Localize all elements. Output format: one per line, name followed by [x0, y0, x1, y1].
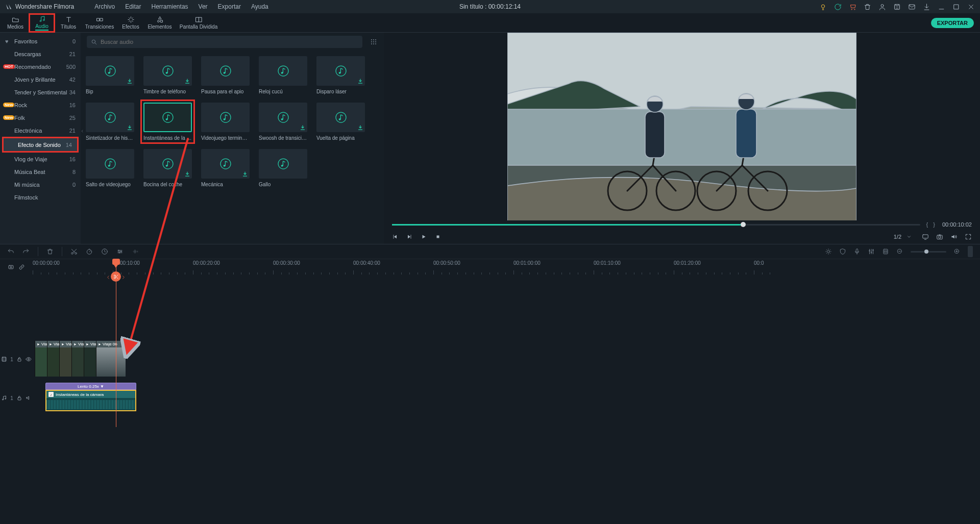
audio-thumb[interactable] [201, 149, 250, 179]
split-handle[interactable] [111, 271, 121, 282]
sidebar-item-favoritos[interactable]: ♥Favoritos0 [0, 35, 81, 47]
tab-medios[interactable]: Medios [2, 13, 29, 33]
audio-thumb[interactable] [259, 149, 307, 179]
audio-thumb[interactable] [143, 149, 192, 179]
tab-split[interactable]: Pantalla Dividida [176, 13, 222, 33]
menu-herramientas[interactable]: Herramientas [152, 3, 188, 10]
audio-item[interactable]: Mecánica [201, 149, 250, 187]
cart-icon[interactable] [849, 3, 856, 11]
audio-item[interactable]: Timbre de teléfono [143, 56, 192, 94]
mixer-icon[interactable] [868, 248, 875, 255]
speed-badge[interactable]: Lento 0.25x ▼ [45, 383, 136, 390]
preview-scrubber[interactable]: { } 00:00:10:02 [388, 220, 976, 229]
audio-item[interactable]: Bocina del coche [143, 149, 192, 187]
frame-back-icon[interactable] [406, 234, 412, 240]
sun-icon[interactable] [825, 248, 832, 255]
audio-thumb[interactable] [316, 56, 365, 86]
speed-icon[interactable] [86, 248, 93, 255]
search-box[interactable] [87, 36, 362, 48]
download-icon[interactable] [923, 3, 930, 11]
menu-ayuda[interactable]: Ayuda [251, 3, 268, 10]
menu-archivo[interactable]: Archivo [94, 3, 115, 10]
sidebar-item-efecto-de-sonido[interactable]: Efecto de Sonido14 [4, 138, 77, 151]
shield-icon[interactable] [839, 248, 846, 255]
download-badge-icon[interactable] [184, 78, 190, 84]
level-meter-icon[interactable] [968, 246, 973, 257]
window-close-icon[interactable] [967, 3, 975, 11]
window-maximize-icon[interactable] [952, 3, 960, 11]
link-icon[interactable] [18, 264, 25, 270]
mic-icon[interactable] [853, 248, 861, 255]
sidebar-item-descargas[interactable]: Descargas21 [0, 47, 81, 60]
audio-item[interactable]: Salto de videojuego [86, 149, 134, 187]
sidebar-item-j-ven-y-brillante[interactable]: Jóven y Brillante42 [0, 73, 81, 86]
video-clip[interactable]: Viaje 06 [96, 341, 126, 377]
audio-thumb[interactable] [143, 103, 192, 132]
refresh-icon[interactable] [834, 3, 842, 11]
download-badge-icon[interactable] [357, 78, 363, 84]
stop-icon[interactable] [435, 234, 441, 240]
audio-thumb[interactable] [201, 56, 250, 86]
download-badge-icon[interactable] [357, 124, 363, 131]
audio-thumb[interactable] [259, 103, 307, 132]
cut-icon[interactable] [70, 248, 78, 255]
audio-item[interactable]: Videojuego terminado [201, 103, 250, 141]
chevron-down-icon[interactable] [906, 234, 912, 239]
eye-icon[interactable] [26, 356, 32, 362]
download-badge-icon[interactable] [127, 124, 133, 131]
audio-item[interactable]: Vuelta de página [316, 103, 365, 141]
menu-ver[interactable]: Ver [199, 3, 208, 10]
save-icon[interactable] [893, 3, 901, 11]
audio-thumb[interactable] [86, 149, 134, 179]
tab-titulos[interactable]: Títulos [55, 13, 82, 33]
audio-item[interactable]: Pausa para el apio [201, 56, 250, 94]
zoom-in-icon[interactable] [953, 248, 961, 255]
camera-icon[interactable] [936, 233, 943, 240]
window-minimize-icon[interactable] [938, 3, 945, 11]
audio-clip[interactable]: Lento 0.25x ▼ ♪ Instantáneas de la cámar… [45, 383, 136, 411]
adjust-icon[interactable] [116, 248, 124, 255]
sidebar-collapse-icon[interactable] [80, 128, 84, 135]
download-badge-icon[interactable] [127, 78, 133, 84]
lock-open-icon[interactable] [16, 395, 22, 401]
sidebar-item-mi-m-sica[interactable]: Mi música0 [0, 178, 81, 191]
audio-track-lane[interactable]: Lento 0.25x ▼ ♪ Instantáneas de la cámar… [33, 383, 980, 413]
play-icon[interactable] [421, 234, 427, 240]
mark-in-icon[interactable]: { [926, 221, 928, 228]
audio-item[interactable]: Bip [86, 56, 134, 94]
menu-editar[interactable]: Editar [125, 3, 141, 10]
grid-view-icon[interactable] [370, 38, 378, 46]
redo-icon[interactable] [22, 248, 30, 255]
audio-thumb[interactable] [86, 56, 134, 86]
sidebar-item-rock[interactable]: NewRock16 [0, 98, 81, 111]
export-button[interactable]: EXPORTAR [931, 18, 974, 28]
audio-item[interactable]: Swoosh de transición [259, 103, 307, 141]
user-icon[interactable] [878, 3, 886, 11]
marker-icon[interactable] [882, 248, 889, 255]
mark-out-icon[interactable]: } [933, 221, 935, 228]
lock-open-icon[interactable] [16, 356, 22, 362]
timeline-marker-add-icon[interactable] [8, 264, 14, 270]
audio-thumb[interactable] [259, 56, 307, 86]
menu-exportar[interactable]: Exportar [218, 3, 241, 10]
undo-icon[interactable] [7, 248, 14, 255]
zoom-out-icon[interactable] [896, 248, 903, 255]
tab-efectos[interactable]: Efectos [117, 13, 144, 33]
step-back-icon[interactable] [392, 234, 398, 240]
sidebar-item-filmstock[interactable]: Filmstock [0, 191, 81, 204]
video-clip[interactable]: Viaje [47, 341, 59, 377]
download-badge-icon[interactable] [242, 171, 248, 177]
audio-item[interactable]: Instantáneas de la cá… [143, 103, 192, 141]
video-clip[interactable]: Viaje [84, 341, 96, 377]
delete-icon[interactable] [46, 248, 54, 255]
sidebar-item-electr-nica[interactable]: Electrónica21 [0, 124, 81, 137]
tab-transiciones[interactable]: Transiciones [82, 13, 117, 33]
audio-thumb[interactable] [316, 103, 365, 132]
sidebar-item-m-sica-beat[interactable]: Música Beat8 [0, 165, 81, 178]
crop-time-icon[interactable] [101, 248, 108, 255]
audio-thumb[interactable] [201, 103, 250, 132]
audio-item[interactable]: Sintetizador de histor… [86, 103, 134, 141]
download-badge-icon[interactable] [300, 124, 306, 131]
video-clip[interactable]: Viaje [71, 341, 84, 377]
audio-thumb[interactable] [86, 103, 134, 132]
